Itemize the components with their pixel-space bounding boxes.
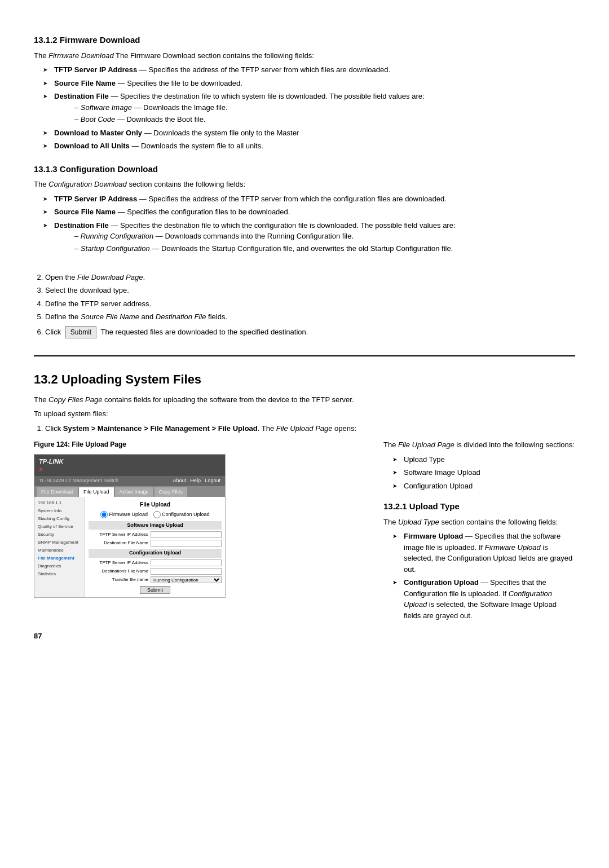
dest-sub-2: – Boot Code — Downloads the Boot file.: [74, 114, 575, 125]
section-132-to-upload: To upload system files:: [34, 408, 575, 420]
section-1321-fields: Firmware Upload — Specifies that the sof…: [395, 531, 575, 621]
tplink-sw-image-section: Software Image Upload: [89, 521, 222, 530]
step-6-list: Click Submit The requested files are dow…: [45, 326, 575, 338]
tplink-dest-input-2[interactable]: [151, 568, 222, 575]
submit-button-inline[interactable]: Submit: [65, 326, 96, 338]
section-1312-intro: The Firmware Download The Firmware Downl…: [34, 50, 575, 61]
tplink-submit-button[interactable]: Submit: [140, 586, 170, 594]
sidebar-file-mgmt[interactable]: File Management: [37, 554, 82, 562]
field-cfg-source: Source File Name — Specifies the configu…: [45, 206, 575, 218]
download-steps: Open the File Download Page. Select the …: [45, 272, 575, 323]
sidebar-diagnostics[interactable]: Diagnostics: [37, 562, 82, 570]
section-config-upload: Configuration Upload: [395, 481, 575, 492]
tplink-submit-row: Submit: [89, 585, 222, 594]
tplink-nav-right: About Help Logout: [173, 477, 220, 485]
section-132-heading: 13.2 Uploading System Files: [34, 370, 575, 389]
tplink-dest-row-1: Destination File Name: [89, 540, 222, 547]
tplink-transfer-select[interactable]: Running Configuration: [151, 576, 222, 583]
section-1312-fields: TFTP Server IP Address — Specifies the a…: [45, 64, 575, 152]
step-2: Open the File Download Page.: [45, 272, 575, 283]
figure-and-text: Figure 124: File Upload Page TP-LINK® TL…: [34, 439, 575, 624]
step-3: Select the download type.: [45, 285, 575, 296]
field-download-master: Download to Master Only — Downloads the …: [45, 127, 575, 139]
tplink-dest-label-1: Destination File Name: [89, 540, 151, 547]
cfg-dest-sub-1: – Running Configuration — Downloads comm…: [74, 231, 575, 242]
tplink-tabs: File Download File Upload Active Image C…: [34, 486, 225, 497]
step-4: Define the TFTP server address.: [45, 298, 575, 310]
tplink-model: TL-SL3428 L2 Management Switch: [39, 477, 118, 485]
upload-steps: Click System > Maintenance > File Manage…: [45, 423, 575, 434]
sidebar-stacking[interactable]: Stacking Config: [37, 515, 82, 523]
section-1313-fields: TFTP Server IP Address — Specifies the a…: [45, 193, 575, 254]
step-6: Click Submit The requested files are dow…: [45, 326, 575, 338]
step-5: Define the Source File Name and Destinat…: [45, 311, 575, 323]
tplink-tftp-label-2: TFTP Server IP Address: [89, 559, 151, 566]
dest-sub-1: – Software Image — Downloads the Image f…: [74, 102, 575, 113]
tplink-logo-sub: ®: [39, 466, 63, 474]
radio-config-upload[interactable]: Configuration Upload: [153, 511, 210, 519]
upload-step-1: Click System > Maintenance > File Manage…: [45, 423, 575, 434]
tplink-radio-row: Firmware Upload Configuration Upload: [89, 511, 222, 519]
tplink-config-section: Configuration Upload: [89, 549, 222, 558]
tplink-sidebar: 192.168.1.1 System Info Stacking Config …: [34, 497, 85, 597]
section-132-intro: The Copy Files Page contains fields for …: [34, 394, 575, 406]
tplink-content-title: File Upload: [89, 500, 222, 509]
tplink-tftp-input-2[interactable]: [151, 559, 222, 566]
figure-caption: Figure 124: File Upload Page: [34, 439, 367, 450]
tab-file-upload[interactable]: File Upload: [79, 487, 114, 497]
sidebar-ip: 192.168.1.1: [37, 499, 82, 507]
figure-left: Figure 124: File Upload Page TP-LINK® TL…: [34, 439, 367, 598]
section-132: 13.2 Uploading System Files The Copy Fil…: [34, 355, 575, 625]
tplink-transfer-row: Transfer file name Running Configuration: [89, 576, 222, 583]
tplink-header: TP-LINK®: [34, 455, 225, 476]
tab-active-image[interactable]: Active Image: [115, 487, 153, 497]
section-1321-heading: 13.2.1 Upload Type: [383, 500, 575, 513]
radio-firmware-upload[interactable]: Firmware Upload: [100, 511, 148, 519]
tplink-tftp-input-1[interactable]: [151, 531, 222, 538]
section-1312-heading: 13.1.2 Firmware Download: [34, 34, 575, 47]
section-1321-intro: The Upload Type section contains the fol…: [383, 517, 575, 528]
tplink-content: File Upload Firmware Upload Configuratio…: [85, 497, 225, 597]
sidebar-snmp[interactable]: SNMP Management: [37, 539, 82, 547]
tplink-ui-mockup: TP-LINK® TL-SL3428 L2 Management Switch …: [34, 454, 226, 598]
section-divider: [34, 355, 575, 356]
section-upload-type: Upload Type: [395, 454, 575, 465]
sidebar-maintenance[interactable]: Maintenance: [37, 547, 82, 554]
tab-file-download[interactable]: File Download: [37, 487, 78, 497]
field-cfg-dest: Destination File — Specifies the destina…: [45, 220, 575, 254]
field-configuration-upload: Configuration Upload — Specifies that th…: [395, 577, 575, 621]
sidebar-security[interactable]: Security: [37, 531, 82, 539]
tplink-logo: TP-LINK®: [39, 457, 63, 474]
sections-intro: The File Upload Page is divided into the…: [383, 439, 575, 451]
upload-sections-list: Upload Type Software Image Upload Config…: [395, 454, 575, 492]
tplink-tftp-row-1: TFTP Server IP Address: [89, 531, 222, 538]
field-firmware-upload: Firmware Upload — Specifies that the sof…: [395, 531, 575, 575]
sidebar-statistics[interactable]: Statistics: [37, 570, 82, 578]
field-download-all: Download to All Units — Downloads the sy…: [45, 140, 575, 152]
section-1313-heading: 13.1.3 Configuration Download: [34, 163, 575, 176]
section-1313-intro: The Configuration Download section conta…: [34, 179, 575, 190]
tplink-dest-row-2: Destinations File Name: [89, 568, 222, 575]
field-dest-file: Destination File — Specifies the destina…: [45, 91, 575, 125]
page-number: 87: [34, 631, 42, 642]
tplink-body: 192.168.1.1 System Info Stacking Config …: [34, 497, 225, 597]
cfg-dest-sub-2: – Startup Configuration — Downloads the …: [74, 243, 575, 254]
tplink-nav-bar: TL-SL3428 L2 Management Switch About Hel…: [34, 476, 225, 486]
section-sw-image-upload: Software Image Upload: [395, 467, 575, 478]
field-tftp-address: TFTP Server IP Address — Specifies the a…: [45, 64, 575, 76]
field-source-file: Source File Name — Specifies the file to…: [45, 78, 575, 89]
tplink-transfer-label: Transfer file name: [89, 576, 151, 583]
sidebar-system-info[interactable]: System Info: [37, 507, 82, 515]
tab-copy-files[interactable]: Copy Files: [155, 487, 188, 497]
tplink-dest-input-1[interactable]: [151, 540, 222, 547]
tplink-dest-label-2: Destinations File Name: [89, 568, 151, 575]
tplink-tftp-label-1: TFTP Server IP Address: [89, 531, 151, 538]
field-cfg-tftp: TFTP Server IP Address — Specifies the a…: [45, 193, 575, 205]
tplink-tftp-row-2: TFTP Server IP Address: [89, 559, 222, 566]
section-132-right: The File Upload Page is divided into the…: [383, 439, 575, 624]
sidebar-qos[interactable]: Quality of Service: [37, 523, 82, 531]
page-wrapper: 13.1.2 Firmware Download The Firmware Do…: [34, 34, 575, 624]
